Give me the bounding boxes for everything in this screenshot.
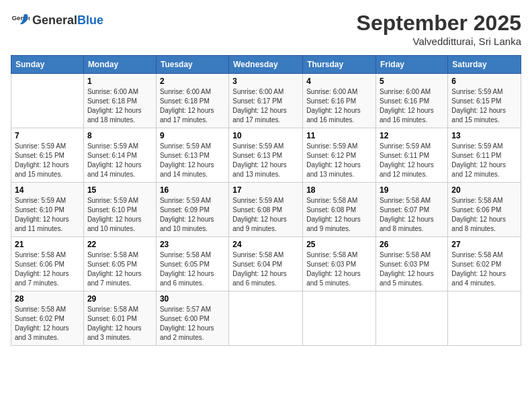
day-info: Sunrise: 6:00 AM Sunset: 6:18 PM Dayligh… bbox=[160, 87, 225, 125]
day-info: Sunrise: 5:59 AM Sunset: 6:12 PM Dayligh… bbox=[306, 142, 372, 179]
day-info: Sunrise: 6:00 AM Sunset: 6:17 PM Dayligh… bbox=[232, 87, 299, 125]
day-info: Sunrise: 5:58 AM Sunset: 6:07 PM Dayligh… bbox=[380, 196, 444, 234]
day-header-thursday: Thursday bbox=[303, 56, 376, 74]
calendar-cell: 10Sunrise: 5:59 AM Sunset: 6:13 PM Dayli… bbox=[229, 128, 303, 183]
calendar-cell: 8Sunrise: 5:59 AM Sunset: 6:14 PM Daylig… bbox=[83, 128, 156, 183]
title-block: September 2025 Valvedditturai, Sri Lanka bbox=[357, 11, 521, 47]
day-info: Sunrise: 5:58 AM Sunset: 6:05 PM Dayligh… bbox=[160, 250, 225, 288]
logo: General GeneralBlue bbox=[11, 11, 103, 30]
logo-general: General bbox=[32, 13, 77, 27]
calendar-cell: 7Sunrise: 5:59 AM Sunset: 6:15 PM Daylig… bbox=[11, 128, 84, 183]
day-header-sunday: Sunday bbox=[11, 56, 84, 74]
day-info: Sunrise: 5:58 AM Sunset: 6:02 PM Dayligh… bbox=[451, 250, 517, 288]
calendar-cell: 30Sunrise: 5:57 AM Sunset: 6:00 PM Dayli… bbox=[156, 291, 228, 346]
day-header-wednesday: Wednesday bbox=[229, 56, 303, 74]
day-number: 9 bbox=[160, 131, 225, 140]
calendar-cell: 14Sunrise: 5:59 AM Sunset: 6:10 PM Dayli… bbox=[11, 183, 84, 237]
calendar-cell: 17Sunrise: 5:59 AM Sunset: 6:08 PM Dayli… bbox=[229, 183, 303, 237]
calendar-cell: 19Sunrise: 5:58 AM Sunset: 6:07 PM Dayli… bbox=[376, 183, 448, 237]
day-info: Sunrise: 5:59 AM Sunset: 6:14 PM Dayligh… bbox=[87, 142, 152, 179]
day-info: Sunrise: 5:59 AM Sunset: 6:15 PM Dayligh… bbox=[451, 87, 517, 125]
calendar-cell: 3Sunrise: 6:00 AM Sunset: 6:17 PM Daylig… bbox=[229, 74, 303, 128]
calendar-week-row: 1Sunrise: 6:00 AM Sunset: 6:18 PM Daylig… bbox=[11, 74, 521, 128]
day-info: Sunrise: 5:58 AM Sunset: 6:03 PM Dayligh… bbox=[306, 250, 372, 288]
day-number: 21 bbox=[15, 240, 80, 249]
day-number: 30 bbox=[160, 294, 225, 304]
day-header-saturday: Saturday bbox=[448, 56, 521, 74]
calendar-week-row: 28Sunrise: 5:58 AM Sunset: 6:02 PM Dayli… bbox=[11, 291, 521, 346]
day-number: 6 bbox=[451, 77, 517, 86]
day-number: 29 bbox=[87, 294, 152, 304]
day-info: Sunrise: 5:59 AM Sunset: 6:15 PM Dayligh… bbox=[15, 142, 80, 179]
day-number: 10 bbox=[232, 131, 299, 140]
day-info: Sunrise: 5:58 AM Sunset: 6:02 PM Dayligh… bbox=[15, 305, 80, 342]
day-number: 11 bbox=[306, 131, 372, 140]
calendar-cell: 25Sunrise: 5:58 AM Sunset: 6:03 PM Dayli… bbox=[303, 237, 376, 291]
day-number: 24 bbox=[232, 240, 299, 249]
day-number: 1 bbox=[87, 77, 152, 86]
calendar-cell bbox=[229, 291, 303, 346]
calendar-cell bbox=[376, 291, 448, 346]
calendar-cell: 16Sunrise: 5:59 AM Sunset: 6:09 PM Dayli… bbox=[156, 183, 228, 237]
day-number: 22 bbox=[87, 240, 152, 249]
day-number: 16 bbox=[160, 185, 225, 195]
day-number: 27 bbox=[451, 240, 517, 249]
day-number: 25 bbox=[306, 240, 372, 249]
page-header: General GeneralBlue September 2025 Valve… bbox=[11, 11, 521, 47]
day-info: Sunrise: 5:59 AM Sunset: 6:10 PM Dayligh… bbox=[15, 196, 80, 234]
calendar-cell: 6Sunrise: 5:59 AM Sunset: 6:15 PM Daylig… bbox=[448, 74, 521, 128]
month-title: September 2025 bbox=[357, 11, 521, 36]
day-number: 18 bbox=[306, 185, 372, 195]
day-number: 4 bbox=[306, 77, 372, 86]
calendar-week-row: 7Sunrise: 5:59 AM Sunset: 6:15 PM Daylig… bbox=[11, 128, 521, 183]
day-number: 8 bbox=[87, 131, 152, 140]
day-number: 26 bbox=[380, 240, 444, 249]
day-number: 12 bbox=[380, 131, 444, 140]
day-info: Sunrise: 6:00 AM Sunset: 6:16 PM Dayligh… bbox=[306, 87, 372, 125]
calendar-cell bbox=[303, 291, 376, 346]
day-info: Sunrise: 5:58 AM Sunset: 6:08 PM Dayligh… bbox=[306, 196, 372, 234]
day-number: 19 bbox=[380, 185, 444, 195]
calendar-header-row: SundayMondayTuesdayWednesdayThursdayFrid… bbox=[11, 56, 521, 74]
location-subtitle: Valvedditturai, Sri Lanka bbox=[357, 36, 521, 47]
day-info: Sunrise: 5:58 AM Sunset: 6:05 PM Dayligh… bbox=[87, 250, 152, 288]
calendar-cell: 23Sunrise: 5:58 AM Sunset: 6:05 PM Dayli… bbox=[156, 237, 228, 291]
day-info: Sunrise: 5:59 AM Sunset: 6:09 PM Dayligh… bbox=[160, 196, 225, 234]
day-info: Sunrise: 5:59 AM Sunset: 6:13 PM Dayligh… bbox=[160, 142, 225, 179]
calendar-cell: 24Sunrise: 5:58 AM Sunset: 6:04 PM Dayli… bbox=[229, 237, 303, 291]
calendar-cell: 26Sunrise: 5:58 AM Sunset: 6:03 PM Dayli… bbox=[376, 237, 448, 291]
day-info: Sunrise: 5:59 AM Sunset: 6:10 PM Dayligh… bbox=[87, 196, 152, 234]
calendar-week-row: 21Sunrise: 5:58 AM Sunset: 6:06 PM Dayli… bbox=[11, 237, 521, 291]
logo-text: GeneralBlue bbox=[32, 13, 103, 28]
day-number: 3 bbox=[232, 77, 299, 86]
calendar-cell: 5Sunrise: 6:00 AM Sunset: 6:16 PM Daylig… bbox=[376, 74, 448, 128]
day-number: 20 bbox=[451, 185, 517, 195]
calendar-cell: 18Sunrise: 5:58 AM Sunset: 6:08 PM Dayli… bbox=[303, 183, 376, 237]
day-header-friday: Friday bbox=[376, 56, 448, 74]
day-header-tuesday: Tuesday bbox=[156, 56, 228, 74]
calendar-cell: 15Sunrise: 5:59 AM Sunset: 6:10 PM Dayli… bbox=[83, 183, 156, 237]
calendar-table: SundayMondayTuesdayWednesdayThursdayFrid… bbox=[11, 55, 521, 346]
calendar-cell: 20Sunrise: 5:58 AM Sunset: 6:06 PM Dayli… bbox=[448, 183, 521, 237]
day-info: Sunrise: 5:58 AM Sunset: 6:03 PM Dayligh… bbox=[380, 250, 444, 288]
day-info: Sunrise: 5:59 AM Sunset: 6:11 PM Dayligh… bbox=[380, 142, 444, 179]
day-number: 5 bbox=[380, 77, 444, 86]
calendar-cell: 11Sunrise: 5:59 AM Sunset: 6:12 PM Dayli… bbox=[303, 128, 376, 183]
calendar-cell: 2Sunrise: 6:00 AM Sunset: 6:18 PM Daylig… bbox=[156, 74, 228, 128]
day-info: Sunrise: 5:58 AM Sunset: 6:06 PM Dayligh… bbox=[15, 250, 80, 288]
day-number: 14 bbox=[15, 185, 80, 195]
calendar-cell: 29Sunrise: 5:58 AM Sunset: 6:01 PM Dayli… bbox=[83, 291, 156, 346]
calendar-cell: 1Sunrise: 6:00 AM Sunset: 6:18 PM Daylig… bbox=[83, 74, 156, 128]
day-info: Sunrise: 5:57 AM Sunset: 6:00 PM Dayligh… bbox=[160, 305, 225, 342]
day-info: Sunrise: 5:59 AM Sunset: 6:11 PM Dayligh… bbox=[451, 142, 517, 179]
calendar-week-row: 14Sunrise: 5:59 AM Sunset: 6:10 PM Dayli… bbox=[11, 183, 521, 237]
day-number: 2 bbox=[160, 77, 225, 86]
calendar-cell: 22Sunrise: 5:58 AM Sunset: 6:05 PM Dayli… bbox=[83, 237, 156, 291]
calendar-cell: 9Sunrise: 5:59 AM Sunset: 6:13 PM Daylig… bbox=[156, 128, 228, 183]
day-info: Sunrise: 6:00 AM Sunset: 6:16 PM Dayligh… bbox=[380, 87, 444, 125]
day-info: Sunrise: 6:00 AM Sunset: 6:18 PM Dayligh… bbox=[87, 87, 152, 125]
day-number: 17 bbox=[232, 185, 299, 195]
day-info: Sunrise: 5:58 AM Sunset: 6:04 PM Dayligh… bbox=[232, 250, 299, 288]
logo-icon: General bbox=[11, 11, 30, 30]
day-info: Sunrise: 5:58 AM Sunset: 6:06 PM Dayligh… bbox=[451, 196, 517, 234]
